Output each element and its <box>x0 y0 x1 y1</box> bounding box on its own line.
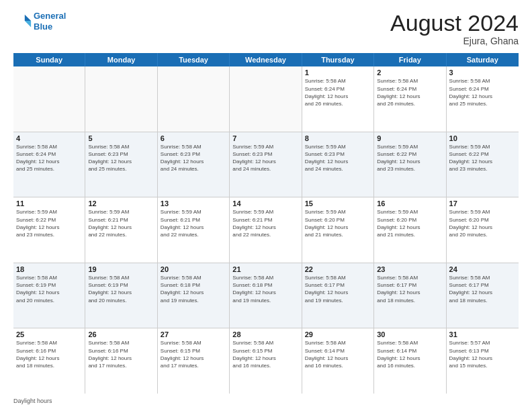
day-info: Sunrise: 5:58 AM Sunset: 6:24 PM Dayligh… <box>449 77 516 107</box>
day-cell-empty <box>13 66 85 132</box>
day-info: Sunrise: 5:59 AM Sunset: 6:21 PM Dayligh… <box>161 208 226 238</box>
day-number: 29 <box>305 330 371 338</box>
day-info: Sunrise: 5:58 AM Sunset: 6:14 PM Dayligh… <box>377 339 443 369</box>
day-header-monday: Monday <box>85 53 157 66</box>
day-number: 28 <box>232 330 298 338</box>
day-number: 4 <box>16 134 82 142</box>
logo-icon <box>13 12 32 31</box>
day-cell-23: 23Sunrise: 5:58 AM Sunset: 6:17 PM Dayli… <box>374 263 446 328</box>
day-header-tuesday: Tuesday <box>158 53 230 66</box>
daylight-hours-label: Daylight hours <box>13 398 52 404</box>
day-cell-8: 8Sunrise: 5:59 AM Sunset: 6:23 PM Daylig… <box>302 132 374 197</box>
day-info: Sunrise: 5:59 AM Sunset: 6:23 PM Dayligh… <box>305 143 371 173</box>
location-subtitle: Ejura, Ghana <box>390 36 519 46</box>
day-number: 9 <box>377 134 443 142</box>
day-number: 5 <box>88 134 154 142</box>
day-number: 12 <box>88 199 154 208</box>
day-cell-20: 20Sunrise: 5:58 AM Sunset: 6:18 PM Dayli… <box>158 263 230 328</box>
day-cell-24: 24Sunrise: 5:58 AM Sunset: 6:17 PM Dayli… <box>447 263 519 328</box>
day-header-wednesday: Wednesday <box>230 53 302 66</box>
day-info: Sunrise: 5:58 AM Sunset: 6:24 PM Dayligh… <box>377 77 443 107</box>
day-info: Sunrise: 5:59 AM Sunset: 6:22 PM Dayligh… <box>16 208 82 238</box>
day-info: Sunrise: 5:58 AM Sunset: 6:14 PM Dayligh… <box>305 339 371 369</box>
day-cell-7: 7Sunrise: 5:59 AM Sunset: 6:23 PM Daylig… <box>230 132 302 197</box>
day-number: 17 <box>449 199 516 208</box>
day-info: Sunrise: 5:58 AM Sunset: 6:17 PM Dayligh… <box>377 274 443 304</box>
day-cell-26: 26Sunrise: 5:58 AM Sunset: 6:16 PM Dayli… <box>85 328 157 394</box>
day-cell-16: 16Sunrise: 5:59 AM Sunset: 6:20 PM Dayli… <box>374 197 446 263</box>
day-cell-15: 15Sunrise: 5:59 AM Sunset: 6:20 PM Dayli… <box>302 197 374 263</box>
day-cell-4: 4Sunrise: 5:58 AM Sunset: 6:24 PM Daylig… <box>13 132 85 197</box>
day-header-saturday: Saturday <box>447 53 519 66</box>
day-info: Sunrise: 5:59 AM Sunset: 6:22 PM Dayligh… <box>449 143 516 173</box>
day-number: 25 <box>16 330 82 338</box>
day-info: Sunrise: 5:57 AM Sunset: 6:13 PM Dayligh… <box>449 339 516 369</box>
calendar-week-1: 1Sunrise: 5:58 AM Sunset: 6:24 PM Daylig… <box>13 66 519 132</box>
day-number: 10 <box>449 134 516 142</box>
day-cell-10: 10Sunrise: 5:59 AM Sunset: 6:22 PM Dayli… <box>447 132 519 197</box>
day-cell-3: 3Sunrise: 5:58 AM Sunset: 6:24 PM Daylig… <box>447 66 519 132</box>
day-cell-5: 5Sunrise: 5:58 AM Sunset: 6:23 PM Daylig… <box>85 132 157 197</box>
day-info: Sunrise: 5:58 AM Sunset: 6:24 PM Dayligh… <box>305 77 371 107</box>
day-info: Sunrise: 5:59 AM Sunset: 6:23 PM Dayligh… <box>232 143 298 173</box>
day-info: Sunrise: 5:58 AM Sunset: 6:17 PM Dayligh… <box>305 274 371 304</box>
day-number: 2 <box>377 68 443 77</box>
day-cell-14: 14Sunrise: 5:59 AM Sunset: 6:21 PM Dayli… <box>230 197 302 263</box>
day-number: 24 <box>449 265 516 273</box>
calendar-header: SundayMondayTuesdayWednesdayThursdayFrid… <box>13 53 519 66</box>
day-cell-27: 27Sunrise: 5:58 AM Sunset: 6:15 PM Dayli… <box>158 328 230 394</box>
day-info: Sunrise: 5:59 AM Sunset: 6:20 PM Dayligh… <box>449 208 516 238</box>
day-cell-1: 1Sunrise: 5:58 AM Sunset: 6:24 PM Daylig… <box>302 66 374 132</box>
day-cell-28: 28Sunrise: 5:58 AM Sunset: 6:15 PM Dayli… <box>230 328 302 394</box>
day-number: 20 <box>161 265 226 273</box>
day-info: Sunrise: 5:59 AM Sunset: 6:21 PM Dayligh… <box>88 208 154 238</box>
day-cell-2: 2Sunrise: 5:58 AM Sunset: 6:24 PM Daylig… <box>374 66 446 132</box>
day-number: 1 <box>305 68 371 77</box>
day-info: Sunrise: 5:58 AM Sunset: 6:16 PM Dayligh… <box>16 339 82 369</box>
day-cell-11: 11Sunrise: 5:59 AM Sunset: 6:22 PM Dayli… <box>13 197 85 263</box>
calendar-week-5: 25Sunrise: 5:58 AM Sunset: 6:16 PM Dayli… <box>13 328 519 394</box>
day-cell-empty <box>85 66 157 132</box>
logo-text: General Blue <box>34 11 66 32</box>
day-header-sunday: Sunday <box>13 53 85 66</box>
day-info: Sunrise: 5:59 AM Sunset: 6:22 PM Dayligh… <box>377 143 443 173</box>
day-cell-25: 25Sunrise: 5:58 AM Sunset: 6:16 PM Dayli… <box>13 328 85 394</box>
calendar-week-4: 18Sunrise: 5:58 AM Sunset: 6:19 PM Dayli… <box>13 263 519 329</box>
day-number: 13 <box>161 199 226 208</box>
title-block: August 2024 Ejura, Ghana <box>390 11 519 46</box>
logo: General Blue <box>13 11 66 32</box>
svg-marker-0 <box>25 14 31 20</box>
calendar-week-2: 4Sunrise: 5:58 AM Sunset: 6:24 PM Daylig… <box>13 132 519 198</box>
day-header-friday: Friday <box>374 53 446 66</box>
day-cell-22: 22Sunrise: 5:58 AM Sunset: 6:17 PM Dayli… <box>302 263 374 328</box>
day-info: Sunrise: 5:59 AM Sunset: 6:20 PM Dayligh… <box>305 208 371 238</box>
day-cell-empty <box>230 66 302 132</box>
main-title: August 2024 <box>390 11 519 36</box>
day-cell-19: 19Sunrise: 5:58 AM Sunset: 6:19 PM Dayli… <box>85 263 157 328</box>
day-cell-12: 12Sunrise: 5:59 AM Sunset: 6:21 PM Dayli… <box>85 197 157 263</box>
day-info: Sunrise: 5:58 AM Sunset: 6:23 PM Dayligh… <box>88 143 154 173</box>
day-cell-6: 6Sunrise: 5:58 AM Sunset: 6:23 PM Daylig… <box>158 132 230 197</box>
day-cell-empty <box>158 66 230 132</box>
day-header-thursday: Thursday <box>302 53 374 66</box>
day-number: 27 <box>161 330 226 338</box>
day-info: Sunrise: 5:58 AM Sunset: 6:17 PM Dayligh… <box>449 274 516 304</box>
day-number: 11 <box>16 199 82 208</box>
day-number: 23 <box>377 265 443 273</box>
day-cell-29: 29Sunrise: 5:58 AM Sunset: 6:14 PM Dayli… <box>302 328 374 394</box>
day-info: Sunrise: 5:58 AM Sunset: 6:19 PM Dayligh… <box>16 274 82 304</box>
day-cell-31: 31Sunrise: 5:57 AM Sunset: 6:13 PM Dayli… <box>447 328 519 394</box>
day-number: 14 <box>232 199 298 208</box>
day-number: 31 <box>449 330 516 338</box>
day-info: Sunrise: 5:59 AM Sunset: 6:20 PM Dayligh… <box>377 208 443 238</box>
day-number: 3 <box>449 68 516 77</box>
page: General Blue August 2024 Ejura, Ghana Su… <box>0 0 532 411</box>
day-info: Sunrise: 5:58 AM Sunset: 6:15 PM Dayligh… <box>161 339 226 369</box>
day-number: 7 <box>232 134 298 142</box>
day-cell-18: 18Sunrise: 5:58 AM Sunset: 6:19 PM Dayli… <box>13 263 85 328</box>
day-info: Sunrise: 5:58 AM Sunset: 6:18 PM Dayligh… <box>161 274 226 304</box>
day-info: Sunrise: 5:58 AM Sunset: 6:23 PM Dayligh… <box>161 143 226 173</box>
calendar-week-3: 11Sunrise: 5:59 AM Sunset: 6:22 PM Dayli… <box>13 197 519 263</box>
day-number: 18 <box>16 265 82 273</box>
day-cell-30: 30Sunrise: 5:58 AM Sunset: 6:14 PM Dayli… <box>374 328 446 394</box>
